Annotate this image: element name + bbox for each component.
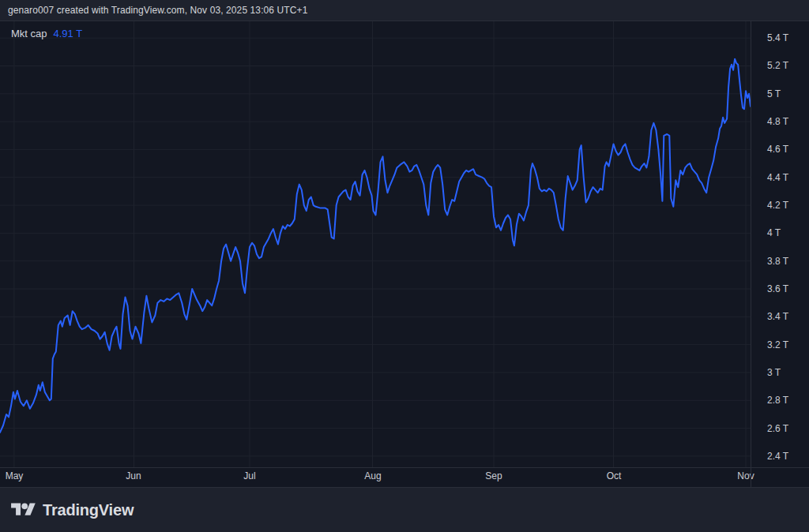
price-axis-label: 4 T bbox=[767, 227, 781, 239]
gridlines bbox=[0, 21, 751, 467]
time-axis-label: Sep bbox=[485, 470, 502, 481]
price-axis-label: 4.6 T bbox=[767, 143, 788, 155]
price-axis-label: 3.2 T bbox=[767, 339, 788, 351]
footer-bar: TradingView bbox=[0, 487, 809, 532]
axis-corner bbox=[751, 467, 809, 487]
tradingview-logo-icon bbox=[11, 500, 36, 519]
price-axis-label: 2.4 T bbox=[767, 450, 788, 463]
chart-canvas[interactable] bbox=[0, 21, 751, 467]
tradingview-logo-link[interactable]: TradingView bbox=[11, 500, 134, 519]
time-axis[interactable]: MayJunJulAugSepOctNov bbox=[0, 467, 809, 487]
price-chart-pane: Mkt cap 4.91 T bbox=[0, 21, 751, 467]
price-axis-label: 3 T bbox=[767, 366, 781, 379]
price-axis-label: 3.4 T bbox=[767, 310, 788, 323]
price-axis-label: 3.6 T bbox=[767, 283, 788, 295]
price-axis-label: 4.4 T bbox=[767, 171, 788, 184]
attribution-text: genaro007 created with TradingView.com, … bbox=[8, 5, 307, 16]
price-axis-label: 2.6 T bbox=[767, 422, 788, 435]
price-axis[interactable]: 5.4 T5.2 T5 T4.8 T4.6 T4.4 T4.2 T4 T3.8 … bbox=[751, 21, 809, 467]
series-legend: Mkt cap 4.91 T bbox=[11, 28, 82, 39]
tradingview-brand-text: TradingView bbox=[43, 501, 134, 519]
time-axis-label: Oct bbox=[607, 470, 622, 481]
market-cap-line-series[interactable] bbox=[0, 59, 751, 433]
price-axis-label: 2.8 T bbox=[767, 394, 788, 406]
price-axis-label: 3.8 T bbox=[767, 255, 788, 268]
market-cap-line-chart bbox=[0, 21, 751, 467]
price-axis-label: 4.8 T bbox=[767, 115, 788, 128]
price-axis-label: 5.4 T bbox=[767, 32, 788, 44]
price-axis-label: 5 T bbox=[767, 88, 781, 100]
price-axis-label: 5.2 T bbox=[767, 59, 788, 72]
series-legend-label: Mkt cap bbox=[11, 28, 47, 39]
attribution-bar: genaro007 created with TradingView.com, … bbox=[0, 0, 809, 21]
time-axis-label: Jun bbox=[126, 470, 141, 481]
tradingview-snapshot: genaro007 created with TradingView.com, … bbox=[0, 0, 809, 532]
time-axis-label: Aug bbox=[364, 470, 381, 481]
series-legend-value: 4.91 T bbox=[54, 28, 83, 39]
time-axis-label: May bbox=[6, 470, 24, 481]
price-axis-label: 4.2 T bbox=[767, 199, 788, 212]
time-axis-label: Jul bbox=[243, 470, 255, 481]
